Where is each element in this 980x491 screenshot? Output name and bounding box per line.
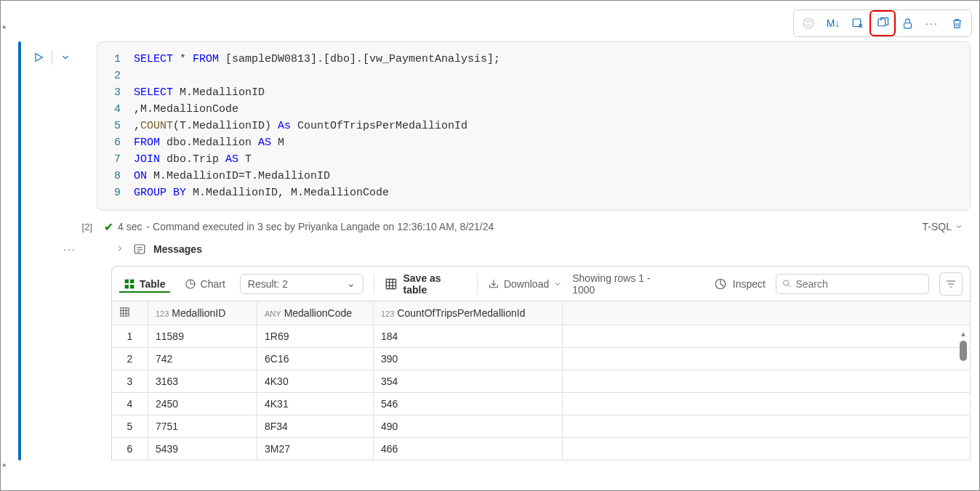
messages-label: Messages [153, 243, 202, 255]
line-number: 4 [97, 101, 134, 118]
column-header[interactable]: 123CountOfTripsPerMedallionId [374, 301, 563, 325]
code-text[interactable]: JOIN dbo.Trip AS T [134, 151, 252, 168]
column-type-tag: 123 [156, 309, 169, 318]
code-line: 2 [97, 68, 970, 84]
scroll-thumb[interactable] [960, 341, 967, 361]
code-line: 7JOIN dbo.Trip AS T [97, 151, 970, 168]
svg-rect-13 [121, 308, 129, 316]
row-index: 5 [112, 415, 148, 438]
cell-value: 3M27 [257, 438, 374, 460]
more-menu-icon[interactable]: ··· [920, 12, 944, 35]
language-selector[interactable]: T-SQL [923, 221, 963, 232]
cell-value: 546 [374, 393, 563, 415]
chart-icon [185, 278, 196, 290]
success-check-icon: ✔ [104, 220, 113, 234]
grid-icon [119, 307, 130, 317]
lock-icon[interactable] [896, 12, 919, 35]
svg-rect-7 [125, 285, 129, 288]
messages-icon [133, 243, 146, 256]
row-index: 6 [112, 438, 148, 460]
vertical-scrollbar[interactable]: ▲ [957, 330, 969, 460]
search-input[interactable] [795, 278, 923, 290]
run-cell-button[interactable] [31, 50, 46, 65]
row-number-header[interactable] [112, 301, 148, 325]
markdown-toggle[interactable]: M↓ [822, 12, 845, 35]
cell-value: 1R69 [257, 325, 374, 348]
table-row[interactable]: 424504K31546 [112, 393, 971, 415]
cell-value: 742 [148, 348, 257, 370]
tab-chart[interactable]: Chart [180, 275, 230, 293]
empty-cell [563, 325, 971, 348]
code-text[interactable]: ON M.MedallionID=T.MedallionID [134, 168, 330, 184]
code-text[interactable]: FROM dbo.Medallion AS M [134, 134, 284, 151]
code-line: 4,M.MedallionCode [97, 101, 970, 118]
delete-icon[interactable] [945, 12, 968, 35]
row-index: 4 [112, 393, 148, 415]
column-name: MedallionCode [284, 307, 352, 319]
column-type-tag: 123 [381, 309, 394, 318]
tab-table-label: Table [140, 278, 166, 290]
row-index: 2 [112, 348, 148, 370]
empty-cell [563, 415, 971, 438]
messages-expand-chevron[interactable] [116, 243, 126, 255]
chevron-down-icon [955, 222, 963, 231]
download-label: Download [504, 278, 549, 290]
empty-cell [563, 370, 971, 393]
code-text[interactable]: SELECT * FROM [sampleDW0813].[dbo].[vw_P… [134, 51, 500, 68]
result-selector[interactable]: Result: 2 [240, 274, 364, 294]
split-view-icon[interactable] [871, 12, 894, 35]
line-number: 9 [97, 184, 134, 201]
status-message: - Command executed in 3 sec by Priyanka … [146, 221, 494, 232]
collapse-bottom-caret[interactable]: ▸ [3, 460, 7, 468]
svg-point-0 [803, 18, 814, 28]
table-row[interactable]: 27426C16390 [112, 348, 971, 370]
save-as-table-button[interactable]: Save as table [385, 272, 467, 296]
line-number: 7 [97, 151, 134, 168]
table-row[interactable]: 331634K30354 [112, 370, 971, 393]
language-label: T-SQL [923, 221, 952, 232]
filter-button[interactable] [939, 272, 963, 296]
divider [52, 50, 52, 65]
code-line: 8ON M.MedallionID=T.MedallionID [97, 168, 970, 184]
line-number: 5 [97, 118, 134, 134]
tab-chart-label: Chart [201, 278, 225, 290]
code-text[interactable]: GROUP BY M.MedallionID, M.MedallionCode [134, 184, 389, 201]
code-text[interactable]: ,M.MedallionCode [134, 101, 238, 118]
divider [374, 275, 374, 293]
line-number: 3 [97, 84, 134, 101]
cell-value: 4K30 [257, 370, 374, 393]
clear-output-icon[interactable] [846, 12, 869, 35]
table-row[interactable]: 1115891R69184 [112, 325, 971, 348]
run-menu-chevron[interactable] [58, 50, 73, 65]
download-button[interactable]: Download [488, 278, 562, 290]
code-text[interactable]: SELECT M.MedallionID [134, 84, 265, 101]
column-name: CountOfTripsPerMedallionId [397, 307, 525, 319]
results-table: 123MedallionIDANYMedallionCode123CountOf… [111, 301, 971, 460]
column-header[interactable]: ANYMedallionCode [257, 301, 374, 325]
copilot-icon[interactable] [797, 12, 820, 35]
table-row[interactable]: 654393M27466 [112, 438, 971, 460]
collapse-top-caret[interactable]: ▸ [3, 23, 7, 31]
rows-showing-info: Showing rows 1 - 1000 [572, 272, 675, 296]
code-editor[interactable]: 1SELECT * FROM [sampleDW0813].[dbo].[vw_… [97, 41, 971, 211]
code-text[interactable]: ,COUNT(T.MedallionID) As CountOfTripsPer… [134, 118, 467, 134]
cell-value: 8F34 [257, 415, 374, 438]
table-icon [124, 278, 135, 290]
scroll-up-arrow[interactable]: ▲ [960, 330, 967, 338]
inspect-button[interactable]: Inspect [714, 277, 766, 291]
cell-toolbar: M↓ ··· [8, 1, 979, 41]
svg-rect-5 [125, 280, 129, 283]
line-number: 1 [97, 51, 134, 68]
cell-value: 354 [374, 370, 563, 393]
filter-icon [945, 278, 957, 290]
cell-value: 5439 [148, 438, 257, 460]
table-row[interactable]: 577518F34490 [112, 415, 971, 438]
code-line: 3SELECT M.MedallionID [97, 84, 970, 101]
cell-output-menu[interactable]: ··· [63, 243, 76, 255]
cell-value: 7751 [148, 415, 257, 438]
results-toolbar: Table Chart Result: 2 Save as table [111, 266, 971, 301]
tab-table[interactable]: Table [119, 275, 170, 293]
empty-cell [563, 438, 971, 460]
search-box[interactable] [776, 274, 929, 294]
column-header[interactable]: 123MedallionID [148, 301, 257, 325]
